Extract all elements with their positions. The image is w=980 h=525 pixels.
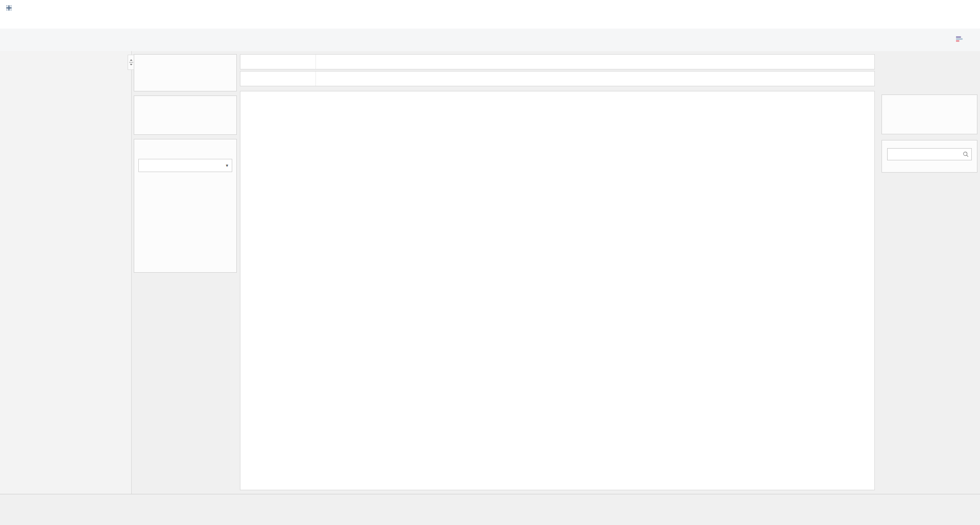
right-panel	[881, 94, 977, 177]
mark-type-dropdown[interactable]: ▾	[138, 159, 232, 172]
toolbar	[0, 29, 980, 51]
title-bar	[0, 0, 980, 15]
close-button[interactable]	[950, 0, 980, 15]
highlight-input[interactable]	[887, 148, 972, 160]
tableau-window: ▾	[0, 0, 980, 525]
filters-shelf[interactable]	[134, 96, 237, 135]
analytics-pane	[0, 51, 132, 494]
highlighter-title	[882, 140, 977, 145]
main-area: ▾	[0, 51, 980, 494]
chevron-down-icon: ▾	[226, 163, 228, 168]
columns-shelf[interactable]	[240, 54, 875, 69]
sheet-tab-bar	[0, 494, 980, 513]
search-icon	[962, 151, 969, 158]
pane-tabs	[0, 51, 131, 69]
status-bar	[0, 513, 980, 525]
filters-shelf-title	[134, 96, 236, 100]
maximize-button[interactable]	[921, 0, 950, 15]
rows-shelf-label	[240, 71, 316, 86]
show-me-panel-icon	[955, 35, 964, 45]
worksheet-area	[240, 54, 875, 491]
cards-column: ▾	[134, 54, 237, 277]
scatter-chart	[240, 91, 874, 490]
show-me-toggle[interactable]	[955, 35, 976, 45]
columns-shelf-label	[240, 55, 316, 69]
pages-shelf[interactable]	[134, 54, 237, 91]
menu-bar	[0, 15, 980, 29]
highlighter-card	[881, 140, 977, 173]
legend-title	[882, 95, 977, 99]
marks-card-title	[134, 139, 236, 144]
tableau-logo-icon	[5, 4, 13, 12]
pages-shelf-title	[134, 55, 236, 59]
marks-card: ▾	[134, 139, 237, 273]
visualization	[240, 91, 875, 490]
color-legend	[881, 94, 977, 134]
minimize-button[interactable]	[891, 0, 921, 15]
rows-shelf[interactable]	[240, 71, 875, 86]
